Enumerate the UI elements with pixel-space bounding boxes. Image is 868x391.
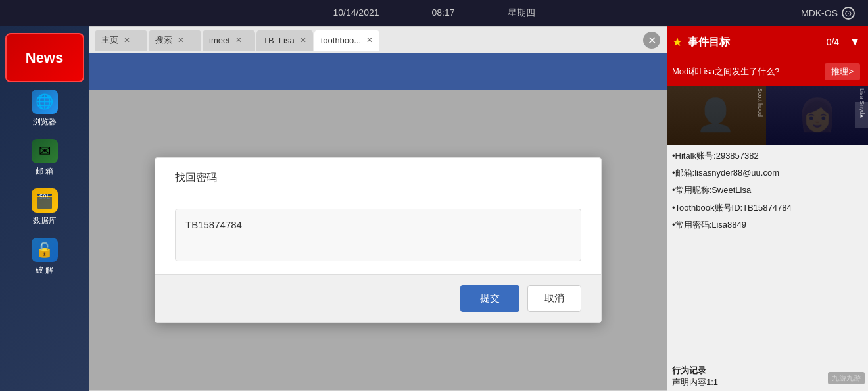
char-area: 👤 Scott hood 👩 Lisa Snyder › — [664, 86, 868, 145]
star-icon: ★ — [672, 35, 683, 49]
tab-home[interactable]: 主页 ✕ — [95, 30, 147, 51]
chevron-down-icon[interactable]: ▼ — [850, 36, 860, 48]
char-scott-name: Scott hood — [757, 88, 763, 117]
browser-label: 浏览器 — [33, 117, 57, 128]
tab-search-close[interactable]: ✕ — [178, 36, 184, 44]
modal-body: 找回密码 TB15874784 — [155, 158, 601, 274]
info-toothbook-id: •Toothbook账号ID:TB15874784 — [672, 202, 860, 214]
taskbar-top: 10/14/2021 08:17 星期四 MDK-OS ⊙ — [0, 0, 868, 26]
browser-header-bar — [89, 53, 667, 90]
sidebar-left: News 🌐 浏览器 ✉ 邮 箱 SQL 数据库 🔓 破 解 — [0, 26, 89, 391]
submit-button[interactable]: 提交 — [460, 285, 519, 312]
crack-label: 破 解 — [36, 265, 53, 276]
modal-title: 找回密码 — [175, 171, 581, 195]
info-list: •Hitalk账号:293857382 •邮箱:lisasnyder88@uu.… — [664, 145, 868, 361]
event-header: ★ 事件目标 0/4 ▼ — [664, 26, 868, 58]
tab-tb-lisa-close[interactable]: ✕ — [300, 36, 306, 44]
close-all-button[interactable]: ✕ — [643, 32, 660, 49]
crack-icon: 🔓 — [32, 238, 58, 262]
news-badge[interactable]: News — [5, 33, 84, 82]
time-display: 08:17 — [432, 7, 455, 19]
right-panel: ★ 事件目标 0/4 ▼ Modi和Lisa之间发生了什么? 推理> 👤 Sco… — [664, 26, 868, 391]
tab-search[interactable]: 搜索 ✕ — [149, 30, 201, 51]
password-recovery-modal: 找回密码 TB15874784 提交 取消 — [155, 157, 602, 323]
info-password: •常用密码:Lisa8849 — [672, 219, 860, 231]
modal-footer: 提交 取消 — [155, 274, 601, 322]
char-next-button[interactable]: › — [855, 102, 868, 128]
clock-area: 10/14/2021 08:17 星期四 — [333, 7, 535, 19]
browser-icon: 🌐 — [32, 90, 58, 114]
mail-icon: ✉ — [32, 139, 58, 163]
modal-overlay: 找回密码 TB15874784 提交 取消 — [89, 90, 667, 390]
weekday-display: 星期四 — [508, 7, 535, 19]
tab-imeet[interactable]: imeet ✕ — [203, 30, 255, 51]
mail-label: 邮 箱 — [36, 166, 53, 177]
tab-tb-lisa[interactable]: TB_Lisa ✕ — [256, 30, 313, 51]
mdk-icon: ⊙ — [842, 7, 855, 20]
tab-toothbook[interactable]: toothboo... ✕ — [314, 30, 379, 51]
sidebar-item-mail[interactable]: ✉ 邮 箱 — [12, 135, 78, 181]
database-label: 数据库 — [33, 215, 57, 226]
char-scott: 👤 Scott hood — [664, 86, 766, 145]
tab-bar: 主页 ✕ 搜索 ✕ imeet ✕ TB_Lisa ✕ toothboo... … — [89, 27, 667, 53]
jiuyou-watermark: 九游九游 — [828, 372, 865, 384]
char-lisa: 👩 Lisa Snyder — [766, 86, 868, 145]
tab-home-close[interactable]: ✕ — [124, 36, 130, 44]
cancel-button[interactable]: 取消 — [527, 285, 581, 312]
tab-toothbook-close[interactable]: ✕ — [366, 36, 373, 44]
desktop: 10/14/2021 08:17 星期四 MDK-OS ⊙ News 🌐 浏览器… — [0, 0, 868, 391]
info-hitalk: •Hitalk账号:293857382 — [672, 150, 860, 162]
tuili-button[interactable]: 推理> — [825, 63, 860, 80]
tab-imeet-close[interactable]: ✕ — [235, 36, 242, 44]
sidebar-item-browser[interactable]: 🌐 浏览器 — [12, 86, 78, 132]
sidebar-item-database[interactable]: SQL 数据库 — [12, 184, 78, 230]
event-title: 事件目标 — [688, 36, 821, 49]
modal-input[interactable]: TB15874784 — [175, 209, 581, 261]
date-display: 10/14/2021 — [333, 7, 379, 19]
info-email: •邮箱:lisasnyder88@uu.com — [672, 167, 860, 179]
database-icon: SQL — [32, 188, 58, 213]
sidebar-item-crack[interactable]: 🔓 破 解 — [12, 234, 78, 280]
event-question: Modi和Lisa之间发生了什么? 推理> — [664, 58, 868, 86]
info-nickname: •常用昵称:SweetLisa — [672, 184, 860, 196]
svg-rect-2 — [37, 197, 52, 209]
event-question-text: Modi和Lisa之间发生了什么? — [672, 66, 819, 78]
browser-content: 找回密码 TB15874784 提交 取消 — [89, 90, 667, 390]
event-count: 0/4 — [827, 37, 839, 47]
browser-window: 主页 ✕ 搜索 ✕ imeet ✕ TB_Lisa ✕ toothboo... … — [89, 26, 667, 391]
os-label: MDK-OS ⊙ — [801, 7, 855, 20]
